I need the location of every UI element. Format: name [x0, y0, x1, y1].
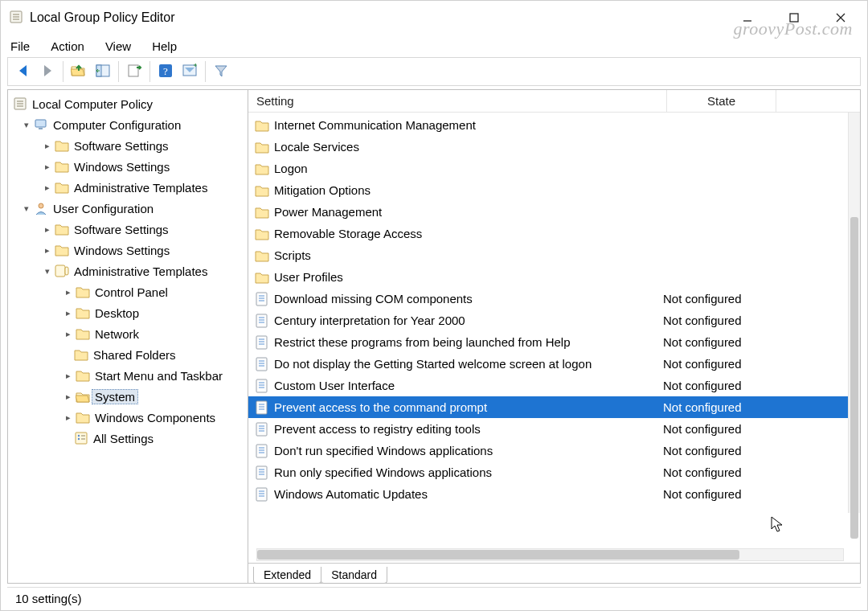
chevron-down-icon[interactable]: ▾ [42, 265, 53, 277]
tree-shared-folders[interactable]: Shared Folders [8, 344, 248, 365]
tree-computer-config[interactable]: ▾ Computer Configuration [8, 114, 248, 135]
window-title: Local Group Policy Editor [30, 10, 175, 25]
list-row-policy[interactable]: Restrict these programs from being launc… [248, 331, 860, 353]
menu-file[interactable]: File [10, 39, 30, 53]
setting-name: Locale Services [274, 140, 359, 154]
list-row-policy[interactable]: Windows Automatic UpdatesNot configured [248, 483, 860, 505]
list-row-folder[interactable]: Logon [248, 158, 860, 179]
list-row-policy[interactable]: Don't run specified Windows applications… [248, 440, 860, 461]
chevron-right-icon[interactable]: ▸ [42, 244, 53, 256]
export-list-button[interactable] [122, 59, 146, 84]
window-controls [724, 2, 864, 34]
tree-root[interactable]: Local Computer Policy [8, 93, 248, 114]
tree-user-config[interactable]: ▾ User Configuration [8, 198, 248, 219]
scrollbar-thumb[interactable] [850, 217, 858, 539]
tab-standard[interactable]: Standard [321, 567, 387, 584]
show-hide-tree-button[interactable] [91, 59, 115, 84]
toolbar-separator [149, 61, 150, 82]
list-row-policy[interactable]: Run only specified Windows applicationsN… [248, 461, 860, 483]
up-one-level-button[interactable] [67, 59, 91, 84]
scrollbar-thumb[interactable] [257, 550, 739, 560]
tree-start-menu[interactable]: ▸ Start Menu and Taskbar [8, 365, 248, 386]
chevron-right-icon[interactable]: ▸ [63, 412, 74, 423]
list-row-folder[interactable]: Power Management [248, 201, 860, 223]
tree-cc-software[interactable]: ▸ Software Settings [8, 135, 248, 156]
setting-name: Windows Automatic Updates [274, 487, 428, 501]
tree-system[interactable]: ▸ System [8, 386, 248, 407]
chevron-right-icon[interactable]: ▸ [42, 182, 53, 193]
chevron-right-icon[interactable]: ▸ [42, 223, 53, 235]
column-headers: Setting State [248, 90, 860, 113]
chevron-down-icon[interactable]: ▾ [21, 203, 32, 214]
chevron-right-icon[interactable]: ▸ [63, 328, 74, 339]
chevron-right-icon[interactable]: ▸ [63, 307, 74, 318]
list-row-folder[interactable]: Scripts [248, 244, 860, 266]
folder-icon [76, 285, 90, 299]
policy-icon [255, 487, 269, 502]
menu-action[interactable]: Action [51, 39, 84, 53]
help-button[interactable]: ? [154, 59, 178, 84]
user-icon [34, 201, 48, 215]
setting-state: Not configured [658, 444, 824, 457]
folder-icon [55, 138, 69, 153]
chevron-right-icon[interactable]: ▸ [63, 286, 74, 297]
horizontal-scrollbar[interactable] [256, 548, 844, 561]
filter-button[interactable] [209, 59, 233, 84]
setting-state: Not configured [658, 400, 824, 414]
tree-cc-admin[interactable]: ▸ Administrative Templates [8, 177, 248, 198]
back-button[interactable] [11, 59, 35, 84]
tree-label: Windows Settings [74, 160, 170, 174]
tree-uc-software[interactable]: ▸ Software Settings [8, 219, 248, 240]
tree-desktop[interactable]: ▸ Desktop [8, 302, 248, 323]
chevron-right-icon[interactable]: ▸ [42, 161, 53, 172]
tree-uc-windows[interactable]: ▸ Windows Settings [8, 240, 248, 260]
tree-all-settings[interactable]: All Settings [8, 428, 248, 449]
tree-control-panel[interactable]: ▸ Control Panel [8, 281, 248, 302]
filter-options-button[interactable] [178, 59, 202, 84]
list-row-folder[interactable]: Removable Storage Access [248, 223, 860, 244]
toolbar-separator [63, 61, 63, 82]
tree-windows-components[interactable]: ▸ Windows Components [8, 407, 248, 428]
list-row-policy[interactable]: Prevent access to registry editing tools… [248, 418, 860, 440]
list-row-policy[interactable]: Prevent access to the command promptNot … [248, 396, 860, 418]
list-row-folder[interactable]: Internet Communication Management [248, 114, 860, 136]
forward-button[interactable] [35, 59, 59, 84]
status-bar: 10 setting(s) [7, 587, 861, 609]
column-header-state[interactable]: State [667, 90, 776, 112]
back-arrow-icon [15, 63, 31, 81]
all-settings-icon [74, 431, 88, 445]
setting-name: Run only specified Windows applications [274, 465, 492, 479]
list-row-policy[interactable]: Century interpretation for Year 2000Not … [248, 310, 860, 331]
list-row-folder[interactable]: User Profiles [248, 266, 860, 288]
list-row-policy[interactable]: Do not display the Getting Started welco… [248, 353, 860, 375]
maximize-button[interactable] [771, 2, 817, 34]
list-row-policy[interactable]: Download missing COM componentsNot confi… [248, 288, 860, 310]
details-pane: Setting State Internet Communication Man… [248, 89, 861, 584]
tree-uc-admin[interactable]: ▾ Administrative Templates [8, 260, 248, 281]
tree-cc-windows[interactable]: ▸ Windows Settings [8, 156, 248, 177]
app-icon [9, 10, 30, 27]
close-button[interactable] [817, 2, 864, 34]
svg-rect-18 [790, 14, 798, 22]
column-header-setting[interactable]: Setting [248, 90, 667, 112]
vertical-scrollbar[interactable] [848, 113, 860, 513]
menu-view[interactable]: View [105, 39, 131, 53]
list-row-policy[interactable]: Custom User InterfaceNot configured [248, 375, 860, 396]
menu-help[interactable]: Help [152, 39, 177, 53]
menu-bar: File Action View Help [1, 35, 867, 57]
chevron-right-icon[interactable]: ▸ [63, 370, 74, 381]
tree-network[interactable]: ▸ Network [8, 323, 248, 344]
chevron-right-icon[interactable]: ▸ [42, 140, 53, 151]
show-hide-tree-icon [95, 63, 111, 81]
tree-label: System [92, 389, 138, 404]
tree-pane[interactable]: Local Computer Policy ▾ Computer Configu… [7, 89, 248, 584]
chevron-down-icon[interactable]: ▾ [21, 119, 32, 130]
list-row-folder[interactable]: Locale Services [248, 136, 860, 158]
tree-label: Software Settings [74, 139, 169, 153]
chevron-right-icon[interactable]: ▸ [63, 391, 74, 402]
setting-name: User Profiles [274, 270, 343, 284]
list-row-folder[interactable]: Mitigation Options [248, 179, 860, 201]
setting-state: Not configured [658, 379, 824, 392]
minimize-button[interactable] [724, 2, 771, 34]
tab-extended[interactable]: Extended [253, 567, 321, 584]
